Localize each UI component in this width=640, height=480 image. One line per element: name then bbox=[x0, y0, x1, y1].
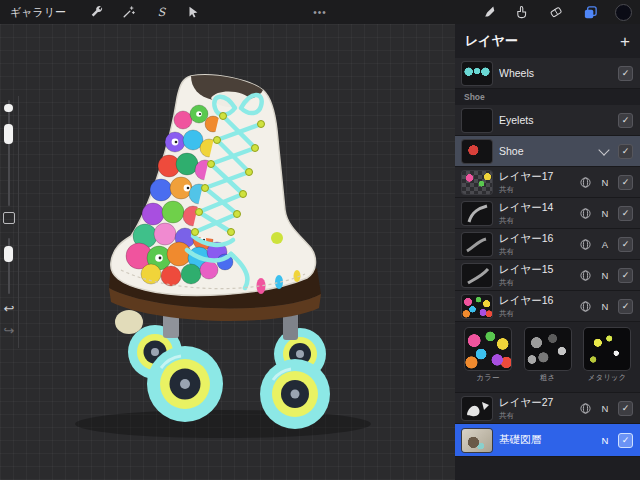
undo-button[interactable]: ↩ bbox=[0, 302, 18, 316]
layers-title: レイヤー bbox=[465, 32, 518, 50]
layer-name: レイヤー14 bbox=[499, 201, 573, 215]
layer-row[interactable]: レイヤー14 共有 N ✓ bbox=[455, 198, 640, 229]
canvas[interactable] bbox=[0, 24, 455, 480]
map-roughness[interactable]: 粗さ bbox=[523, 328, 573, 383]
blend-mode-button[interactable]: N bbox=[599, 270, 611, 281]
roller-skate-3d-model[interactable] bbox=[55, 50, 385, 450]
map-metallic[interactable]: メタリック bbox=[582, 328, 632, 383]
map-color-label: カラー bbox=[463, 373, 513, 383]
layer-row-base-selected[interactable]: 基礎図層 N ✓ bbox=[455, 424, 640, 457]
blend-mode-button[interactable]: N bbox=[599, 435, 611, 446]
blend-mode-button[interactable]: N bbox=[599, 403, 611, 414]
map-color[interactable]: カラー bbox=[463, 328, 513, 383]
visibility-checkbox[interactable]: ✓ bbox=[618, 144, 633, 159]
layer-row[interactable]: レイヤー15 共有 N ✓ bbox=[455, 260, 640, 291]
brush-size-slider[interactable] bbox=[4, 124, 13, 144]
layer-row[interactable]: レイヤー27 共有 N ✓ bbox=[455, 393, 640, 424]
visibility-checkbox[interactable]: ✓ bbox=[618, 433, 633, 448]
chevron-down-icon[interactable] bbox=[598, 144, 609, 155]
visibility-checkbox[interactable]: ✓ bbox=[618, 268, 633, 283]
adjustments-wand-icon[interactable] bbox=[120, 3, 138, 21]
blend-mode-button[interactable]: N bbox=[599, 177, 611, 188]
visibility-checkbox[interactable]: ✓ bbox=[618, 401, 633, 416]
layer-thumbnail[interactable] bbox=[462, 171, 492, 194]
layer-thumbnail[interactable] bbox=[462, 109, 492, 132]
blend-mode-button[interactable]: N bbox=[599, 301, 611, 312]
layer-shared-label: 共有 bbox=[499, 216, 573, 226]
svg-text:S: S bbox=[158, 5, 167, 19]
layer-row[interactable]: レイヤー17 共有 N ✓ bbox=[455, 167, 640, 198]
wheel-near-right bbox=[260, 359, 330, 429]
layer-thumbnail[interactable] bbox=[462, 202, 492, 225]
modify-button[interactable] bbox=[3, 212, 15, 224]
layer-row-eyelets[interactable]: Eyelets ✓ bbox=[455, 105, 640, 136]
layer-thumbnail[interactable] bbox=[462, 264, 492, 287]
layer-shared-label: 共有 bbox=[499, 278, 573, 288]
brush-size-track[interactable] bbox=[8, 100, 10, 206]
slider-tick bbox=[4, 104, 13, 112]
layer-name: レイヤー16 bbox=[499, 232, 573, 246]
sidebar: ↩ ↪ bbox=[0, 96, 19, 348]
opacity-slider[interactable] bbox=[4, 246, 13, 262]
layer-shared-label: 共有 bbox=[499, 185, 573, 195]
map-metallic-thumbnail[interactable] bbox=[584, 328, 630, 370]
visibility-checkbox[interactable]: ✓ bbox=[618, 113, 633, 128]
3d-layer-icon bbox=[580, 238, 592, 250]
canvas-options-button[interactable]: ••• bbox=[313, 7, 327, 18]
actions-wrench-icon[interactable] bbox=[88, 3, 106, 21]
3d-layer-icon bbox=[580, 176, 592, 188]
layer-name: レイヤー17 bbox=[499, 170, 573, 184]
map-roughness-thumbnail[interactable] bbox=[525, 328, 571, 370]
visibility-checkbox[interactable]: ✓ bbox=[618, 237, 633, 252]
add-layer-button[interactable]: + bbox=[620, 33, 630, 50]
visibility-checkbox[interactable]: ✓ bbox=[618, 175, 633, 190]
color-swatch[interactable] bbox=[615, 4, 632, 21]
layer-thumbnail[interactable] bbox=[462, 295, 492, 318]
smudge-icon[interactable] bbox=[513, 3, 531, 21]
blend-mode-button[interactable]: A bbox=[599, 239, 611, 250]
visibility-checkbox[interactable]: ✓ bbox=[618, 299, 633, 314]
layer-shared-label: 共有 bbox=[499, 411, 573, 421]
toolbar-left-group: ギャラリー S bbox=[0, 3, 202, 21]
map-roughness-label: 粗さ bbox=[523, 373, 573, 383]
visibility-checkbox[interactable]: ✓ bbox=[618, 206, 633, 221]
layer-thumbnail[interactable] bbox=[462, 397, 492, 420]
layers-icon[interactable] bbox=[581, 3, 599, 21]
layer-name: Shoe bbox=[499, 145, 593, 157]
wheel-near-left bbox=[147, 346, 223, 422]
layer-thumbnail[interactable] bbox=[462, 429, 492, 452]
eraser-icon[interactable] bbox=[547, 3, 565, 21]
map-color-thumbnail[interactable] bbox=[465, 328, 511, 370]
layer-row-shoe-selected[interactable]: Shoe ✓ bbox=[455, 136, 640, 167]
layer-name: Wheels bbox=[499, 67, 611, 79]
layer-thumbnail[interactable] bbox=[462, 62, 492, 85]
layers-panel: レイヤー + Wheels ✓ Shoe Eyelets ✓ Shoe ✓ bbox=[455, 24, 640, 480]
gallery-button[interactable]: ギャラリー bbox=[10, 5, 66, 20]
layer-shared-label: 共有 bbox=[499, 247, 573, 257]
toolbar-right-group bbox=[479, 0, 632, 24]
layer-name: 基礎図層 bbox=[499, 433, 592, 447]
3d-layer-icon bbox=[580, 207, 592, 219]
brush-icon[interactable] bbox=[479, 3, 497, 21]
layers-header: レイヤー + bbox=[455, 24, 640, 58]
layer-name: レイヤー15 bbox=[499, 263, 573, 277]
layer-row[interactable]: レイヤー16 共有 N ✓ bbox=[455, 291, 640, 322]
layer-row[interactable]: レイヤー16 共有 A ✓ bbox=[455, 229, 640, 260]
visibility-checkbox[interactable]: ✓ bbox=[618, 66, 633, 81]
transform-arrow-icon[interactable] bbox=[184, 3, 202, 21]
redo-button[interactable]: ↪ bbox=[0, 324, 18, 338]
3d-layer-icon bbox=[580, 402, 592, 414]
texture-maps-row: カラー 粗さ メタリック bbox=[455, 322, 640, 393]
section-label-shoe: Shoe bbox=[455, 89, 640, 105]
selection-icon[interactable]: S bbox=[152, 3, 170, 21]
layer-thumbnail[interactable] bbox=[462, 233, 492, 256]
3d-layer-icon bbox=[580, 300, 592, 312]
layer-name: レイヤー27 bbox=[499, 396, 573, 410]
layer-name: Eyelets bbox=[499, 114, 611, 126]
layer-thumbnail[interactable] bbox=[462, 140, 492, 163]
3d-layer-icon bbox=[580, 269, 592, 281]
blend-mode-button[interactable]: N bbox=[599, 208, 611, 219]
layer-row-wheels[interactable]: Wheels ✓ bbox=[455, 58, 640, 89]
top-toolbar: ギャラリー S ••• bbox=[0, 0, 640, 24]
layer-name: レイヤー16 bbox=[499, 294, 573, 308]
